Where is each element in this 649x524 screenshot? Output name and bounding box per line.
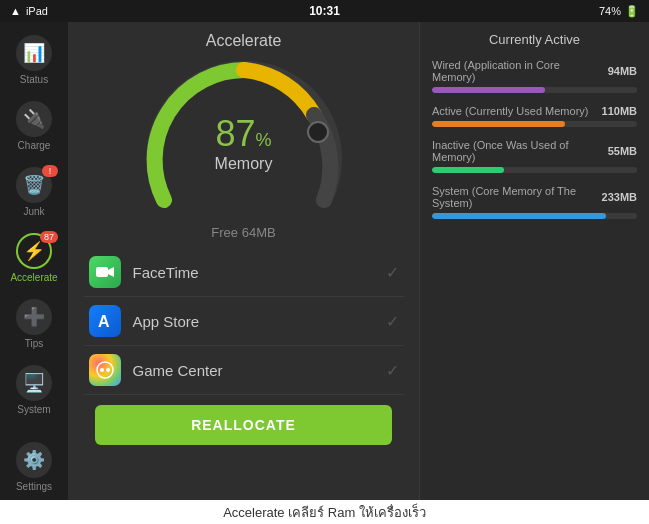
active-header: Active (Currently Used Memory) 110MB <box>432 105 637 117</box>
top-section: Accelerate <box>68 22 649 500</box>
battery-icon: 🔋 <box>625 5 639 18</box>
sidebar-item-system[interactable]: 🖥️ System <box>0 357 68 423</box>
facetime-icon <box>89 256 121 288</box>
gamecenter-icon <box>89 354 121 386</box>
sidebar-item-tips[interactable]: ➕ Tips <box>0 291 68 357</box>
appstore-check-icon: ✓ <box>386 312 399 331</box>
appstore-label: App Store <box>133 313 386 330</box>
status-bar-right: 74% 🔋 <box>599 5 639 18</box>
inactive-label: Inactive (Once Was Used of Memory) <box>432 139 608 163</box>
system-value: 233MB <box>602 191 637 203</box>
facetime-label: FaceTime <box>133 264 386 281</box>
settings-icon: ⚙️ <box>16 442 52 478</box>
appstore-icon: A <box>89 305 121 337</box>
sidebar-item-charge[interactable]: 🔌 Charge <box>0 93 68 159</box>
gauge-text: 87% Memory <box>215 113 273 173</box>
sidebar-item-accelerate[interactable]: ⚡ 87 Accelerate <box>0 225 68 291</box>
gauge-unit: % <box>256 130 272 150</box>
battery-label: 74% <box>599 5 621 17</box>
active-panel-title: Currently Active <box>432 32 637 47</box>
app-list: FaceTime ✓ A App Store ✓ <box>84 248 404 395</box>
gauge-percent-value: 87% <box>215 113 271 154</box>
system-bar-track <box>432 213 637 219</box>
wifi-icon: ▲ <box>10 5 21 17</box>
main-container: 📊 Status 🔌 Charge 🗑️ ! Junk ⚡ 87 Acceler… <box>0 22 649 500</box>
accelerate-panel: Accelerate <box>68 22 419 500</box>
system-icon: 🖥️ <box>16 365 52 401</box>
memory-item-wired: Wired (Application in Core Memory) 94MB <box>432 59 637 93</box>
svg-text:A: A <box>98 313 110 330</box>
svg-point-6 <box>106 368 110 372</box>
wired-bar-track <box>432 87 637 93</box>
wired-label: Wired (Application in Core Memory) <box>432 59 608 83</box>
memory-item-system: System (Core Memory of The System) 233MB <box>432 185 637 219</box>
gauge-container: 87% Memory <box>144 60 344 220</box>
sidebar-item-charge-label: Charge <box>18 140 51 151</box>
inactive-bar-fill <box>432 167 504 173</box>
svg-point-0 <box>308 122 328 142</box>
active-bar-fill <box>432 121 565 127</box>
sidebar-item-settings[interactable]: ⚙️ Settings <box>0 434 68 500</box>
app-item-gamecenter[interactable]: Game Center ✓ <box>84 346 404 395</box>
sidebar-item-settings-label: Settings <box>16 481 52 492</box>
inactive-bar-track <box>432 167 637 173</box>
wired-bar-fill <box>432 87 545 93</box>
accelerate-badge: 87 <box>40 231 58 243</box>
svg-rect-1 <box>96 267 108 277</box>
content-area: Accelerate <box>68 22 649 500</box>
caption: Accelerate เคลียร์ Ram ให้เครื่องเร็ว <box>0 500 649 524</box>
sidebar-item-system-label: System <box>17 404 50 415</box>
active-value: 110MB <box>602 105 637 117</box>
system-label: System (Core Memory of The System) <box>432 185 602 209</box>
app-item-facetime[interactable]: FaceTime ✓ <box>84 248 404 297</box>
tips-icon: ➕ <box>16 299 52 335</box>
system-bar-fill <box>432 213 606 219</box>
sidebar: 📊 Status 🔌 Charge 🗑️ ! Junk ⚡ 87 Acceler… <box>0 22 68 500</box>
inactive-header: Inactive (Once Was Used of Memory) 55MB <box>432 139 637 163</box>
free-memory-label: Free 64MB <box>211 225 275 240</box>
sidebar-item-tips-label: Tips <box>25 338 44 349</box>
memory-item-active: Active (Currently Used Memory) 110MB <box>432 105 637 127</box>
memory-item-inactive: Inactive (Once Was Used of Memory) 55MB <box>432 139 637 173</box>
inactive-value: 55MB <box>608 145 637 157</box>
accelerate-title: Accelerate <box>206 32 282 50</box>
sidebar-item-accelerate-label: Accelerate <box>10 272 57 283</box>
charge-icon: 🔌 <box>16 101 52 137</box>
svg-point-4 <box>97 362 113 378</box>
sidebar-item-status[interactable]: 📊 Status <box>0 27 68 93</box>
device-label: iPad <box>26 5 48 17</box>
status-bar-left: ▲ iPad <box>10 5 48 17</box>
sidebar-item-status-label: Status <box>20 74 48 85</box>
active-bar-track <box>432 121 637 127</box>
sidebar-item-junk-label: Junk <box>23 206 44 217</box>
gamecenter-label: Game Center <box>133 362 386 379</box>
wired-header: Wired (Application in Core Memory) 94MB <box>432 59 637 83</box>
app-item-appstore[interactable]: A App Store ✓ <box>84 297 404 346</box>
reallocate-button[interactable]: REALLOCATE <box>95 405 393 445</box>
status-bar-time: 10:31 <box>309 4 340 18</box>
junk-badge: ! <box>42 165 58 177</box>
caption-text: Accelerate เคลียร์ Ram ให้เครื่องเร็ว <box>223 502 426 523</box>
facetime-check-icon: ✓ <box>386 263 399 282</box>
svg-point-5 <box>100 368 104 372</box>
gauge-memory-label: Memory <box>215 155 273 173</box>
gamecenter-check-icon: ✓ <box>386 361 399 380</box>
sidebar-item-junk[interactable]: 🗑️ ! Junk <box>0 159 68 225</box>
status-icon: 📊 <box>16 35 52 71</box>
active-label: Active (Currently Used Memory) <box>432 105 602 117</box>
active-panel: Currently Active Wired (Application in C… <box>419 22 649 500</box>
svg-marker-2 <box>108 267 114 277</box>
system-header: System (Core Memory of The System) 233MB <box>432 185 637 209</box>
wired-value: 94MB <box>608 65 637 77</box>
status-bar: ▲ iPad 10:31 74% 🔋 <box>0 0 649 22</box>
